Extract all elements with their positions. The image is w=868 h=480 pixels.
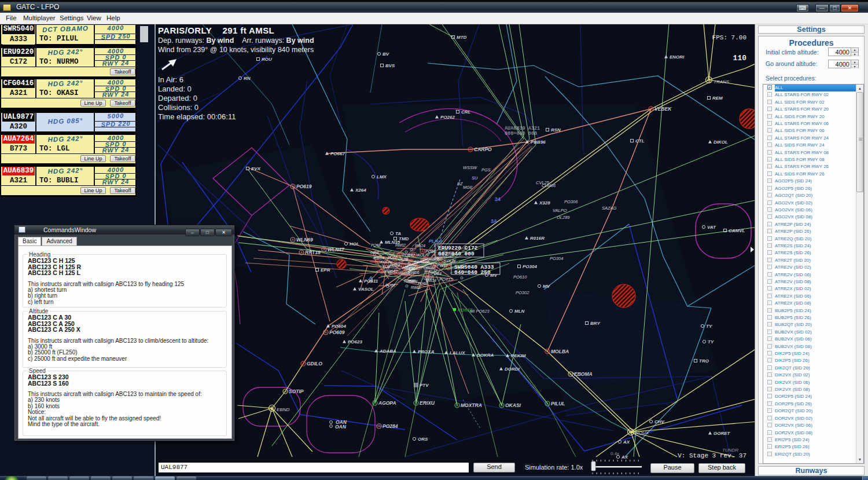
svg-text:0.4x: 0.4x: [610, 451, 619, 456]
svg-text:MLN: MLN: [514, 309, 525, 314]
svg-text:ROUX: ROUX: [635, 430, 649, 435]
svg-text:WLN69: WLN69: [296, 237, 313, 243]
svg-text:PO262: PO262: [440, 115, 455, 120]
svg-text:Dep. runways: By wind Arr.: Dep. runways: By wind Arr. runways: By w…: [158, 36, 314, 45]
svg-text:A: A: [569, 372, 572, 376]
svg-text:EVX: EVX: [251, 166, 261, 171]
svg-text:EBOMA: EBOMA: [574, 371, 593, 377]
svg-text:TY: TY: [708, 339, 714, 345]
svg-text:TMD: TMD: [399, 236, 409, 241]
svg-text:WSSW: WSSW: [463, 165, 477, 170]
svg-text:BRY: BRY: [590, 321, 600, 326]
svg-text:CVL25: CVL25: [536, 180, 550, 185]
svg-text:A: A: [292, 185, 294, 188]
svg-text:CTL: CTL: [635, 138, 645, 144]
svg-text:PO284: PO284: [382, 423, 398, 429]
svg-text:RW02: RW02: [411, 285, 421, 290]
svg-text:TA: TA: [395, 231, 401, 236]
svg-text:A: A: [650, 107, 652, 111]
svg-text:24: 24: [495, 196, 501, 202]
svg-text:A: A: [300, 251, 303, 254]
svg-text:CHV: CHV: [654, 419, 665, 424]
svg-text:CRL: CRL: [461, 109, 471, 115]
svg-text:In Air: 6: In Air: 6: [158, 75, 183, 84]
svg-text:LMX: LMX: [377, 174, 387, 179]
svg-text:CARPO: CARPO: [474, 146, 492, 152]
svg-text:WLN47: WLN47: [328, 247, 345, 252]
svg-text:OL289: OL289: [557, 215, 570, 220]
svg-text:PO623: PO623: [348, 339, 362, 345]
svg-text:MGE: MGE: [463, 185, 473, 190]
svg-text:Departed: 0: Departed: 0: [158, 94, 197, 102]
svg-text:PBB96: PBB96: [531, 140, 546, 145]
svg-text:RSN: RSN: [551, 127, 561, 133]
svg-text:Landed: 0: Landed: 0: [158, 85, 192, 93]
svg-text:VALPO: VALPO: [553, 208, 567, 213]
svg-text:PO619: PO619: [296, 184, 312, 189]
svg-text:DOKRA: DOKRA: [477, 353, 494, 358]
svg-text:ENORI: ENORI: [670, 54, 685, 60]
svg-text:EBND: EBND: [277, 407, 289, 412]
svg-text:A: A: [302, 362, 304, 365]
svg-text:PARIS/ORLY 291 ft AMSL: PARIS/ORLY 291 ft AMSL: [158, 25, 274, 35]
svg-text:GORET: GORET: [713, 431, 731, 436]
svg-text:GDILO: GDILO: [307, 361, 322, 367]
svg-text:110: 110: [733, 54, 747, 63]
svg-text:MOLBA: MOLBA: [551, 349, 569, 354]
svg-text:ROU: ROU: [262, 57, 272, 62]
svg-text:AX: AX: [623, 439, 630, 445]
svg-text:SOTIP: SOTIP: [289, 389, 304, 394]
svg-text:PO306: PO306: [564, 199, 578, 204]
svg-text:PO302: PO302: [516, 290, 529, 295]
svg-text:A: A: [546, 350, 549, 353]
svg-text:RW24: RW24: [415, 244, 425, 248]
svg-text:Wind from 239° @ 10 knots, vis: Wind from 239° @ 10 knots, visibility 84…: [158, 46, 314, 54]
svg-text:PO667: PO667: [330, 151, 345, 156]
svg-text:002=040 000: 002=040 000: [438, 251, 475, 257]
svg-text:FPS: 7.00: FPS: 7.00: [712, 34, 746, 41]
svg-text:RRT18: RRT18: [305, 250, 321, 255]
svg-text:DORDI: DORDI: [505, 367, 520, 372]
svg-text:PO609: PO609: [329, 329, 345, 335]
svg-text:A: A: [378, 424, 380, 428]
svg-text:R016R: R016R: [530, 236, 545, 241]
svg-text:VAT: VAT: [707, 225, 716, 230]
svg-text:Collisions: 0: Collisions: 0: [158, 103, 198, 112]
svg-text:RW02: RW02: [395, 243, 406, 247]
svg-text:BV: BV: [382, 52, 389, 57]
svg-text:HOL: HOL: [350, 241, 359, 247]
svg-text:ORS: ORS: [418, 437, 428, 442]
svg-text:MI PO623: MI PO623: [470, 309, 490, 314]
svg-text:X264: X264: [355, 188, 366, 193]
svg-text:MOXTRA: MOXTRA: [461, 402, 482, 408]
svg-text:A: A: [469, 148, 472, 151]
svg-text:TY: TY: [706, 324, 712, 329]
svg-text:A: A: [456, 404, 458, 407]
svg-text:VASOL: VASOL: [358, 287, 374, 292]
svg-text:VEBEK: VEBEK: [654, 106, 672, 112]
svg-text:A: A: [292, 238, 294, 241]
svg-text:TRO: TRO: [699, 358, 709, 364]
svg-text:LALUX: LALUX: [450, 350, 465, 356]
svg-text:Time elapsed: 00:06:11: Time elapsed: 00:06:11: [158, 112, 236, 121]
svg-text:TRANS: TRANS: [713, 79, 730, 85]
svg-text:BVS: BVS: [385, 63, 395, 68]
svg-text:DIKOL: DIKOL: [713, 140, 728, 145]
svg-text:X328: X328: [539, 200, 550, 206]
svg-text:AI: AI: [368, 276, 373, 281]
svg-text:PLN 0: PLN 0: [429, 239, 442, 244]
svg-text:A: A: [284, 390, 286, 393]
svg-text:PGS: PGS: [481, 167, 491, 173]
svg-text:A: A: [323, 248, 325, 251]
svg-text:SU: SU: [472, 175, 478, 181]
svg-text:000=040 000: 000=040 000: [505, 131, 537, 137]
svg-text:PO304: PO304: [523, 264, 537, 269]
svg-text:PEKIM: PEKIM: [511, 353, 526, 358]
svg-text:PO610: PO610: [513, 274, 527, 280]
svg-text:MTD: MTD: [457, 35, 467, 40]
svg-text:0408: 0408: [370, 251, 379, 255]
svg-text:SAZAG: SAZAG: [602, 206, 617, 211]
svg-text:REM: REM: [712, 96, 723, 101]
svg-text:BZ: BZ: [457, 181, 463, 186]
svg-text:ERIXU: ERIXU: [420, 400, 435, 406]
